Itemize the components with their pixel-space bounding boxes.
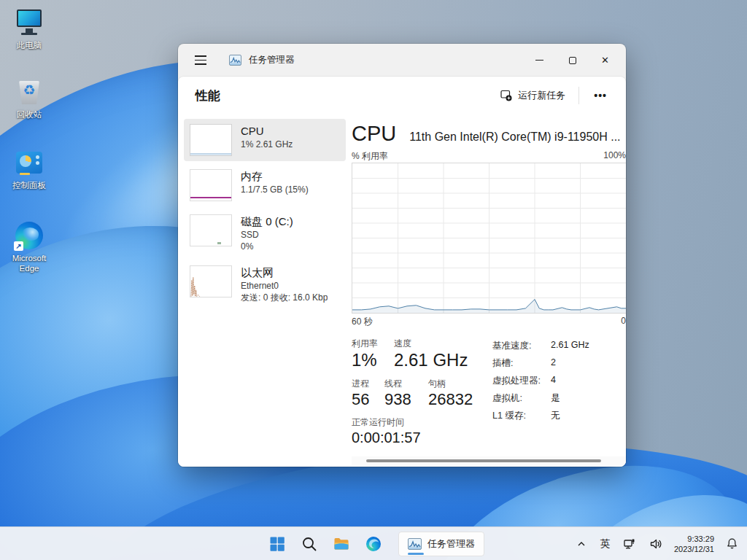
edge-taskbar-icon: [365, 535, 382, 553]
axis-label-60s: 60 秒: [352, 316, 373, 328]
tray-chevron-button[interactable]: [572, 531, 591, 557]
desktop-icon-label: 控制面板: [1, 180, 57, 190]
edge-icon: ↗: [14, 220, 44, 251]
stat-label: 速度: [394, 338, 468, 349]
sidebar-item-title: 磁盘 0 (C:): [241, 214, 293, 229]
close-button[interactable]: ✕: [589, 49, 622, 72]
task-manager-app-icon: [408, 538, 422, 550]
sidebar-item-title: CPU: [241, 124, 293, 139]
stat-label: 进程: [352, 378, 384, 389]
sidebar-item-ethernet[interactable]: 以太网 Ethernet0 发送: 0 接收: 16.0 Kbp: [184, 260, 346, 308]
file-explorer-button[interactable]: [327, 529, 356, 559]
axis-label-utilization: % 利用率: [352, 150, 388, 163]
header-divider: [578, 87, 579, 104]
sidebar-item-sub: 1.1/7.5 GB (15%): [241, 184, 309, 195]
maximize-button[interactable]: [556, 49, 589, 72]
window-title: 任务管理器: [249, 54, 295, 66]
stat-label: 利用率: [352, 338, 394, 349]
stat-value-processes: 56: [352, 389, 384, 410]
network-button[interactable]: [619, 531, 640, 557]
chevron-up-icon: [576, 539, 587, 549]
sidebar-item-title: 以太网: [241, 265, 328, 280]
cpu-spec-details: 基准速度:2.61 GHz 插槽:2 虚拟处理器:4 虚拟机:是 L1 缓存:无: [492, 338, 626, 454]
hamburger-menu-icon[interactable]: [190, 50, 212, 71]
desktop-icon-recycle-bin[interactable]: ♻ 回收站: [1, 77, 57, 120]
horizontal-scrollbar[interactable]: [352, 456, 626, 465]
this-pc-icon: [14, 7, 44, 38]
recycle-bin-icon: ♻: [14, 77, 44, 107]
desktop-icon-control-panel[interactable]: 控制面板: [1, 147, 57, 190]
detail-value: 4: [551, 375, 556, 387]
detail-label: 虚拟处理器:: [492, 375, 551, 387]
cpu-usage-graph[interactable]: [352, 163, 626, 314]
desktop-icon-microsoft-edge[interactable]: ↗ Microsoft Edge: [1, 220, 57, 273]
ethernet-mini-graph: [190, 265, 232, 298]
stat-label: 正常运行时间: [352, 417, 421, 428]
cpu-detail-pane: CPU 11th Gen Intel(R) Core(TM) i9-11950H…: [350, 114, 626, 467]
taskbar: 任务管理器 英 9:33:: [0, 526, 747, 560]
sidebar-item-memory[interactable]: 内存 1.1/7.5 GB (15%): [184, 164, 346, 206]
maximize-icon: [569, 57, 576, 64]
cpu-stats: 利用率 1% 速度 2.61 GHz 进程 56: [352, 338, 492, 454]
page-title: 性能: [196, 88, 220, 104]
task-manager-window: 任务管理器 ✕ 性能 运行新任务 •••: [178, 44, 626, 467]
stat-value-speed: 2.61 GHz: [394, 349, 468, 371]
edge-button[interactable]: [359, 529, 388, 559]
cpu-heading: CPU: [352, 122, 396, 146]
more-options-button[interactable]: •••: [585, 87, 616, 104]
stat-label: 线程: [384, 378, 428, 389]
memory-mini-graph: [190, 169, 232, 201]
sidebar-item-title: 内存: [241, 169, 309, 184]
sidebar-item-disk[interactable]: 磁盘 0 (C:) SSD 0%: [184, 209, 346, 257]
detail-value: 2: [551, 357, 556, 370]
taskbar-task-manager-label: 任务管理器: [427, 537, 475, 551]
scrollbar-thumb[interactable]: [366, 459, 601, 462]
active-app-indicator: [408, 553, 424, 555]
detail-label: 虚拟机:: [492, 392, 551, 405]
stat-value-uptime: 0:00:01:57: [352, 428, 421, 447]
disk-mini-graph: [190, 214, 232, 246]
taskbar-task-manager-button[interactable]: 任务管理器: [398, 532, 484, 556]
run-new-task-button[interactable]: 运行新任务: [493, 84, 573, 107]
notification-bell-icon: [726, 537, 738, 550]
search-button[interactable]: [295, 529, 324, 559]
detail-value: 无: [551, 410, 560, 422]
ime-language-button[interactable]: 英: [595, 531, 614, 557]
file-explorer-icon: [333, 535, 350, 553]
taskbar-clock[interactable]: 9:33:29 2023/12/31: [671, 534, 717, 554]
windows-start-icon: [268, 535, 286, 553]
detail-value: 2.61 GHz: [551, 340, 589, 352]
page-header: 性能 运行新任务 •••: [178, 77, 626, 114]
sidebar-item-sub: SSD: [241, 229, 293, 241]
close-icon: ✕: [601, 55, 609, 65]
detail-label: 基准速度:: [492, 340, 551, 352]
control-panel-icon: [14, 147, 44, 178]
desktop-icon-this-pc[interactable]: 此电脑: [1, 7, 57, 50]
start-button[interactable]: [263, 529, 292, 559]
detail-value: 是: [551, 392, 560, 405]
new-task-icon: [500, 90, 512, 101]
stat-value-handles: 26832: [428, 389, 473, 410]
shortcut-arrow-icon: ↗: [14, 241, 23, 251]
clock-time: 9:33:29: [674, 534, 714, 544]
detail-label: 插槽:: [492, 357, 551, 370]
sidebar-item-sub: 1% 2.61 GHz: [241, 139, 293, 150]
content-panel: 性能 运行新任务 •••: [178, 77, 626, 467]
search-icon: [301, 535, 318, 553]
volume-button[interactable]: [645, 531, 667, 557]
cpu-graph-line: [352, 163, 626, 313]
desktop-icon-label: Microsoft Edge: [1, 253, 57, 273]
desktop-icon-label: 此电脑: [1, 40, 57, 50]
clock-date: 2023/12/31: [674, 544, 714, 554]
run-new-task-label: 运行新任务: [518, 89, 565, 102]
minimize-button[interactable]: [523, 49, 556, 72]
cpu-mini-graph: [190, 124, 232, 156]
notifications-button[interactable]: [721, 531, 743, 557]
stat-label: 句柄: [428, 378, 473, 389]
sidebar-item-cpu[interactable]: CPU 1% 2.61 GHz: [184, 119, 346, 161]
sidebar-item-sub: Ethernet0: [241, 280, 328, 292]
ethernet-network-icon: [623, 538, 636, 550]
axis-label-100pct: 100%: [603, 150, 626, 163]
minimize-icon: [535, 60, 543, 61]
stat-value-threads: 938: [384, 389, 428, 410]
